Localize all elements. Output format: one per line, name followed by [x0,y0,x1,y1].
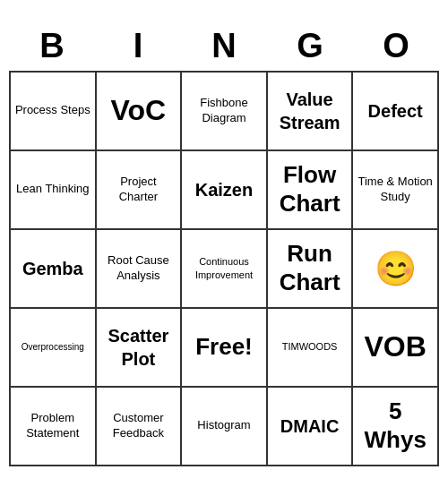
cell-r3-c3: TIMWOODS [268,309,354,388]
cell-r1-c4: Time & Motion Study [353,151,439,230]
cell-r0-c2: Fishbone Diagram [182,73,268,151]
cell-r4-c3: DMAIC [268,388,354,466]
cell-r2-c2: Continuous Improvement [182,230,268,309]
cell-r3-c1: Scatter Plot [97,309,183,388]
cell-r3-c4: VOB [353,309,439,388]
bingo-grid: Process StepsVoCFishbone DiagramValue St… [9,71,439,466]
cell-r2-c3: Run Chart [268,230,354,309]
cell-r1-c0: Lean Thinking [11,151,97,230]
cell-r4-c0: Problem Statement [11,388,97,466]
cell-r2-c1: Root Cause Analysis [97,230,183,309]
cell-r0-c3: Value Stream [268,73,354,151]
title-b: B [13,27,91,65]
cell-r1-c1: Project Charter [97,151,183,230]
cell-r3-c0: Overprocessing [11,309,97,388]
cell-r1-c2: Kaizen [182,151,268,230]
bingo-card: B I N G O Process StepsVoCFishbone Diagr… [9,21,439,466]
cell-r0-c0: Process Steps [11,73,97,151]
cell-r2-c4: 😊 [353,230,439,309]
title-i: I [99,27,177,65]
cell-r4-c2: Histogram [182,388,268,466]
cell-r0-c4: Defect [353,73,439,151]
smiley-icon: 😊 [375,249,417,288]
cell-r1-c3: Flow Chart [268,151,354,230]
cell-r4-c1: Customer Feedback [97,388,183,466]
bingo-title: B I N G O [9,21,439,71]
title-o: O [357,27,435,65]
title-n: N [185,27,263,65]
cell-r3-c2: Free! [182,309,268,388]
title-g: G [271,27,349,65]
cell-r2-c0: Gemba [11,230,97,309]
cell-r4-c4: 5 Whys [353,388,439,466]
cell-r0-c1: VoC [97,73,183,151]
